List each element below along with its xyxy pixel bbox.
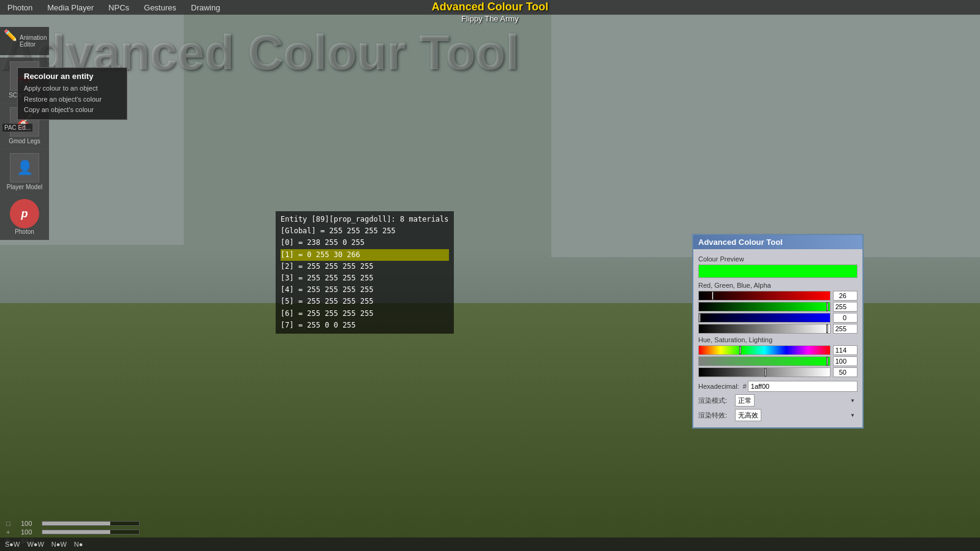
- hue-slider-track[interactable]: [698, 345, 831, 355]
- hud-armor-bar-bg: [42, 530, 140, 534]
- photon-label: Photon: [15, 228, 34, 236]
- blue-row: [698, 313, 858, 323]
- rgba-label: Red, Green, Blue, Alpha: [698, 282, 858, 289]
- center-title: Advanced Colour Tool Flippy The Army: [432, 0, 549, 23]
- entity-line-3[interactable]: [1] = 0 255 30 266: [281, 249, 449, 261]
- photon-tool[interactable]: p Photon: [0, 195, 49, 240]
- hex-row: Hexadecimal: #: [698, 381, 858, 392]
- gmod-legs-label: Gmod Legs: [9, 138, 40, 145]
- render-effect-wrapper: 无高效 发光 闪烁: [735, 409, 858, 421]
- green-slider-track[interactable]: [698, 302, 831, 312]
- saturation-row: [698, 356, 858, 366]
- entity-line-5: [3] = 255 255 255 255: [281, 272, 449, 284]
- lightness-slider-thumb: [764, 368, 766, 377]
- status-3: N●: [74, 541, 83, 548]
- saturation-slider-track[interactable]: [698, 356, 831, 366]
- alpha-row: [698, 324, 858, 334]
- building-right: [551, 0, 980, 257]
- entity-line-4: [2] = 255 255 255 255: [281, 261, 449, 272]
- sidebar: ✏️ Animation Editor PAC Ed... 🚗 SCar Edi…: [0, 15, 49, 240]
- animation-editor-tool[interactable]: ✏️ Animation Editor: [0, 27, 49, 55]
- lightness-row: [698, 367, 858, 377]
- entity-line-2: [0] = 238 255 0 255: [281, 237, 449, 249]
- status-bar: S●W W●W N●W N●: [0, 538, 980, 551]
- hud-armor-icon: +: [6, 528, 18, 536]
- entity-line-0: Entity [89][prop_ragdoll]: 8 materials: [281, 214, 449, 225]
- menu-photon[interactable]: Photon: [5, 2, 35, 13]
- blue-input[interactable]: [833, 313, 858, 323]
- menu-drawing[interactable]: Drawing: [189, 2, 223, 13]
- saturation-input[interactable]: [833, 356, 858, 366]
- title-sub: Flippy The Army: [432, 14, 549, 23]
- hud-health-val: 100: [21, 520, 39, 527]
- entity-line-1: [Global] = 255 255 255 255: [281, 225, 449, 237]
- alpha-slider-track[interactable]: [698, 324, 831, 334]
- pac-editor-label: PAC Ed...: [2, 124, 32, 132]
- saturation-slider-thumb: [826, 357, 828, 365]
- photon-icon: p: [10, 199, 39, 228]
- animation-editor-label: Animation Editor: [20, 34, 47, 48]
- red-slider-track[interactable]: [698, 291, 831, 301]
- colour-panel-body: Colour Preview Red, Green, Blue, Alpha: [693, 249, 862, 427]
- blue-slider-thumb: [699, 313, 701, 322]
- hex-label: Hexadecimal:: [698, 383, 739, 390]
- colour-panel: Advanced Colour Tool Colour Preview Red,…: [692, 234, 864, 429]
- hue-input[interactable]: [833, 345, 858, 355]
- hex-hash: #: [743, 383, 747, 390]
- green-slider-thumb: [826, 302, 828, 311]
- render-mode-wrapper: 正常 叠加 相减: [735, 394, 858, 407]
- tooltip-title: Recolour an entity: [24, 72, 121, 81]
- lightness-input[interactable]: [833, 367, 858, 377]
- blue-slider-track[interactable]: [698, 313, 831, 323]
- entity-line-6: [4] = 255 255 255 255: [281, 284, 449, 296]
- render-mode-row: 渲染模式: 正常 叠加 相减: [698, 394, 858, 407]
- green-row: [698, 302, 858, 312]
- hsl-label: Hue, Saturation, Lighting: [698, 336, 858, 343]
- hue-slider-thumb: [739, 346, 741, 354]
- red-input[interactable]: [833, 291, 858, 301]
- status-2: N●W: [51, 541, 67, 548]
- alpha-input[interactable]: [833, 324, 858, 334]
- colour-preview-bar: [698, 264, 858, 278]
- render-mode-label: 渲染模式:: [698, 396, 735, 405]
- status-0: S●W: [5, 541, 20, 548]
- red-slider-thumb: [712, 291, 714, 300]
- alpha-slider-thumb: [826, 324, 828, 333]
- colour-preview-label: Colour Preview: [698, 255, 858, 263]
- hud-armor-bar-fill: [42, 530, 110, 534]
- hud-armor-val: 100: [21, 528, 39, 536]
- hud-health-icon: □: [6, 520, 18, 527]
- animation-editor-icon: ✏️: [4, 29, 17, 53]
- render-effect-row: 渲染特效: 无高效 发光 闪烁: [698, 409, 858, 421]
- hud-row-1: + 100: [6, 528, 140, 536]
- entity-line-7: [5] = 255 255 255 255: [281, 296, 449, 307]
- menu-gestures[interactable]: Gestures: [141, 2, 179, 13]
- hue-row: [698, 345, 858, 355]
- colour-panel-title[interactable]: Advanced Colour Tool: [693, 235, 862, 249]
- green-input[interactable]: [833, 302, 858, 312]
- tooltip-restore[interactable]: Restore an object's colour: [24, 94, 121, 105]
- tooltip-apply[interactable]: Apply colour to an object: [24, 83, 121, 94]
- render-effect-select[interactable]: 无高效 发光 闪烁: [735, 409, 761, 421]
- hud-health-bar-bg: [42, 521, 140, 526]
- menu-media-player[interactable]: Media Player: [45, 2, 96, 13]
- tooltip-copy[interactable]: Copy an object's colour: [24, 105, 121, 116]
- render-mode-select[interactable]: 正常 叠加 相减: [735, 394, 755, 407]
- hex-input[interactable]: [748, 381, 858, 392]
- hud-health-bar-fill: [42, 522, 110, 525]
- red-row: [698, 291, 858, 301]
- lightness-slider-track[interactable]: [698, 367, 831, 377]
- title-main: Advanced Colour Tool: [432, 0, 549, 14]
- player-model-tool[interactable]: 👤 Player Model: [0, 149, 49, 195]
- menu-npcs[interactable]: NPCs: [106, 2, 132, 13]
- entity-line-9: [7] = 255 0 0 255: [281, 320, 449, 331]
- status-1: W●W: [27, 541, 43, 548]
- render-effect-label: 渲染特效:: [698, 411, 735, 420]
- player-model-label: Player Model: [7, 184, 42, 191]
- tooltip-panel: Recolour an entity Apply colour to an ob…: [17, 67, 127, 120]
- player-model-icon: 👤: [10, 153, 39, 182]
- entity-line-8: [6] = 255 255 255 255: [281, 308, 449, 320]
- entity-info: Entity [89][prop_ragdoll]: 8 materials […: [276, 211, 454, 334]
- hud-row-0: □ 100: [6, 520, 140, 527]
